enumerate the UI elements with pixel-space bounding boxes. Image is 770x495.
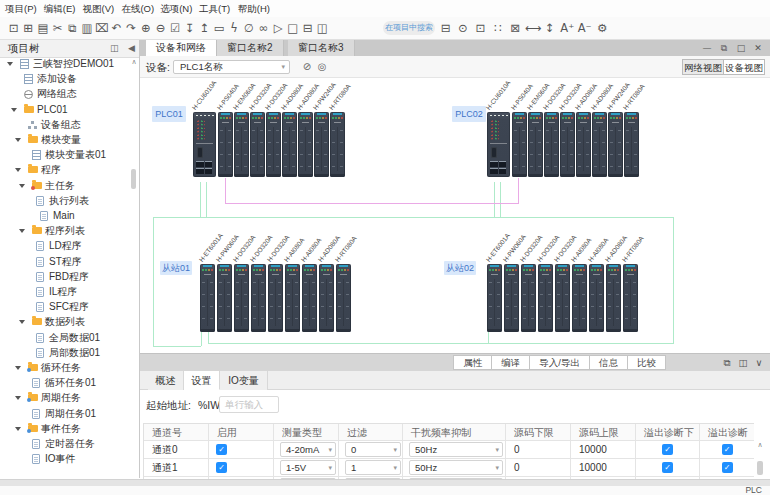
menu-item-6[interactable]: 工具(T) (199, 0, 230, 17)
checkbox[interactable]: ✓ (216, 444, 227, 455)
table-scroll-thumb[interactable] (757, 461, 763, 475)
zoom-out-icon[interactable]: ⊖ (153, 17, 168, 39)
tree-item[interactable]: 模块变量 (0, 132, 131, 147)
module[interactable] (576, 112, 591, 177)
module[interactable] (319, 264, 334, 332)
tree-item[interactable]: FBD程序 (0, 269, 131, 284)
restore-icon[interactable]: ⧉ (717, 42, 731, 54)
station-label[interactable]: 从站02 (444, 261, 476, 275)
maximize-icon[interactable]: □ (734, 42, 748, 54)
tree-item[interactable]: 事件任务 (0, 421, 131, 436)
module[interactable] (285, 264, 300, 332)
redo-icon[interactable]: ↷ (124, 17, 139, 39)
paste-icon[interactable]: ▥ (80, 17, 95, 39)
checkbox[interactable]: ✓ (722, 444, 733, 455)
module[interactable] (487, 112, 510, 177)
breakpoint-icon[interactable]: ⊡ (473, 17, 488, 39)
save-icon[interactable]: ▤ (35, 17, 50, 39)
module[interactable] (606, 264, 621, 332)
module[interactable] (544, 112, 559, 177)
module[interactable] (193, 112, 216, 177)
module[interactable] (555, 264, 570, 332)
tree-scrollbar[interactable]: ∧ (130, 59, 138, 470)
tree-item[interactable]: IO事件 (0, 451, 131, 466)
verify-icon[interactable]: ⊙ (455, 17, 470, 39)
module[interactable] (521, 264, 536, 332)
upload-icon[interactable]: ↥ (197, 17, 212, 39)
panel-tab-3[interactable]: IO变量 (220, 371, 268, 390)
tree-item[interactable]: 循环任务01 (0, 375, 131, 390)
panel-button-2[interactable]: 编译 (491, 355, 530, 370)
undo-icon[interactable]: ↶ (109, 17, 124, 39)
checklist-icon[interactable]: ☑ (168, 17, 183, 39)
module[interactable] (218, 112, 233, 177)
module[interactable] (251, 264, 266, 332)
checkbox[interactable]: ✓ (662, 462, 673, 473)
module[interactable] (336, 264, 351, 332)
module[interactable] (234, 264, 249, 332)
tree-item[interactable]: ST程序 (0, 254, 131, 269)
tree-item[interactable]: IL程序 (0, 284, 131, 299)
module[interactable] (512, 112, 527, 177)
editor-tab-2[interactable]: 窗口名称2 (217, 40, 284, 56)
menu-item-4[interactable]: 在线(O) (121, 0, 154, 17)
expand-arrow-icon[interactable] (15, 138, 21, 142)
module[interactable] (200, 264, 215, 332)
locate-icon[interactable]: ◎ (315, 60, 329, 74)
select[interactable]: 4-20mA▾ (280, 442, 336, 457)
expand-arrow-icon[interactable] (15, 366, 21, 370)
panel-button-4[interactable]: 信息 (589, 355, 628, 370)
editor-tab-3[interactable]: 窗口名称3 (288, 40, 355, 56)
scroll-up-icon[interactable]: ∧ (754, 441, 766, 449)
module[interactable] (250, 112, 265, 177)
tree-scroll-thumb[interactable] (131, 169, 136, 189)
tree-item[interactable]: 模块变量表01 (0, 147, 131, 162)
panel-button-1[interactable]: 属性 (453, 355, 492, 370)
station-label[interactable]: 从站01 (160, 261, 192, 275)
menu-item-3[interactable]: 视图(V) (83, 0, 115, 17)
panel-button-3[interactable]: 导入/导出 (529, 355, 590, 370)
tree-item[interactable]: 程序列表 (0, 223, 131, 238)
align-dots-icon[interactable]: ∷ (490, 17, 505, 39)
zoom-in-icon[interactable]: ⊕ (138, 17, 153, 39)
expand-arrow-icon[interactable] (15, 396, 21, 400)
module[interactable] (302, 264, 317, 332)
find-icon[interactable]: ∞ (256, 17, 271, 39)
tree-item[interactable]: 三峡智控DEMO01 (0, 58, 131, 71)
settings-icon[interactable]: ⚙ (595, 17, 610, 39)
tree-item[interactable]: LD程序 (0, 238, 131, 253)
module[interactable] (528, 112, 543, 177)
panel-tab-1[interactable]: 概述 (148, 371, 184, 390)
font-decrease-icon[interactable]: A⁻ (577, 17, 592, 39)
cut-icon[interactable]: ✂ (50, 17, 65, 39)
table-scrollbar[interactable]: ∧ (754, 423, 766, 478)
menu-item-1[interactable]: 项目(P) (5, 0, 37, 17)
scroll-up-icon[interactable]: ∧ (130, 58, 138, 66)
pin-panel-icon[interactable]: ◫ (110, 40, 119, 57)
expand-arrow-icon[interactable] (19, 320, 25, 324)
menu-item-2[interactable]: 编辑(E) (44, 0, 76, 17)
print-icon[interactable]: ⊟ (438, 17, 453, 39)
expand-arrow-icon[interactable] (15, 427, 21, 431)
module[interactable] (572, 264, 587, 332)
menu-item-7[interactable]: 帮助(H) (238, 0, 270, 17)
device-select[interactable]: PLC1名称▾ (173, 60, 290, 74)
minimize-icon[interactable]: — (700, 42, 714, 54)
module[interactable] (487, 264, 502, 332)
expand-arrow-icon[interactable] (15, 168, 21, 172)
select[interactable]: 1▾ (345, 460, 401, 475)
tree-item[interactable]: 程序 (0, 162, 131, 177)
module[interactable] (623, 264, 638, 332)
module[interactable] (298, 112, 313, 177)
new-icon[interactable]: ⊡ (6, 17, 21, 39)
tree-item[interactable]: 数据列表 (0, 314, 131, 329)
station-label[interactable]: PLC01 (152, 106, 186, 122)
stop-icon[interactable]: □ (285, 17, 300, 39)
select[interactable]: 0▾ (345, 442, 401, 457)
tree-item[interactable]: 周期任务 (0, 390, 131, 405)
module[interactable] (217, 264, 232, 332)
menu-item-5[interactable]: 选项(N) (160, 0, 192, 17)
module[interactable] (266, 112, 281, 177)
module[interactable] (560, 112, 575, 177)
tree-item[interactable]: 定时器任务 (0, 436, 131, 451)
